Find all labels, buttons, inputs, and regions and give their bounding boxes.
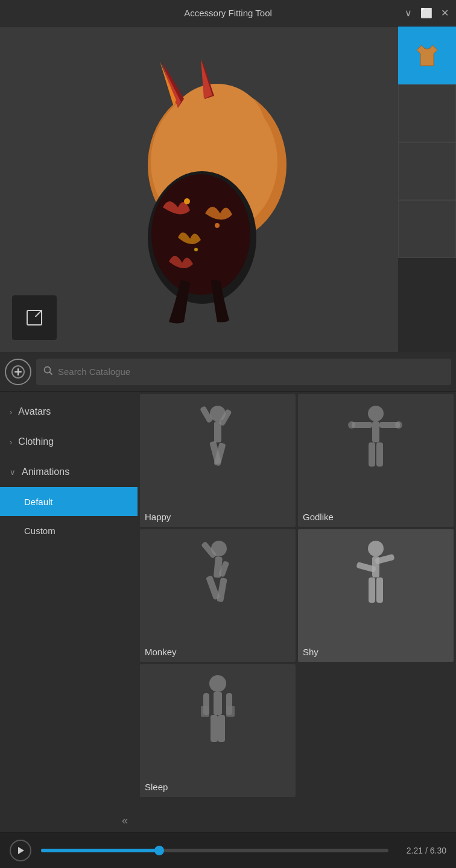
sidebar-sub-item-default[interactable]: Default bbox=[0, 487, 138, 516]
svg-point-25 bbox=[368, 406, 384, 421]
clothing-arrow: › bbox=[10, 438, 12, 447]
svg-point-2 bbox=[169, 84, 265, 174]
svg-rect-46 bbox=[214, 692, 222, 715]
svg-rect-29 bbox=[369, 442, 375, 467]
playbar: 2.21 / 6.30 bbox=[0, 832, 456, 868]
main-content: › Avatars › Clothing ∨ Animations Defaul… bbox=[0, 392, 456, 832]
sidebar-item-avatars[interactable]: › Avatars bbox=[0, 397, 138, 427]
play-button[interactable] bbox=[10, 840, 31, 861]
thumb-shirt[interactable] bbox=[398, 27, 456, 84]
svg-marker-4 bbox=[162, 64, 181, 108]
minimize-button[interactable]: ∨ bbox=[405, 7, 412, 19]
svg-line-18 bbox=[50, 372, 52, 374]
sleep-figure bbox=[140, 664, 296, 778]
svg-rect-44 bbox=[376, 577, 383, 603]
svg-rect-52 bbox=[226, 706, 235, 717]
shy-figure bbox=[298, 529, 454, 631]
add-button[interactable] bbox=[5, 359, 31, 385]
svg-rect-43 bbox=[369, 577, 375, 603]
svg-point-32 bbox=[395, 421, 402, 429]
progress-fill bbox=[41, 849, 159, 852]
thumb-empty-3[interactable] bbox=[398, 200, 456, 258]
svg-point-12 bbox=[194, 248, 198, 251]
animation-grid: Happy bbox=[138, 392, 456, 832]
svg-rect-30 bbox=[376, 442, 383, 467]
grid-item-godlike[interactable]: Godlike bbox=[298, 394, 454, 527]
svg-point-9 bbox=[151, 174, 250, 295]
monkey-figure bbox=[140, 529, 296, 631]
maximize-button[interactable]: ⬜ bbox=[420, 7, 432, 19]
character-area bbox=[0, 27, 398, 352]
right-panel bbox=[398, 27, 456, 352]
sidebar-item-avatars-label: Avatars bbox=[18, 406, 51, 417]
svg-rect-26 bbox=[372, 421, 379, 442]
godlike-label: Godlike bbox=[303, 512, 334, 522]
sidebar-collapse-icon[interactable]: « bbox=[122, 814, 128, 827]
svg-point-31 bbox=[348, 421, 355, 429]
thumb-empty-2[interactable] bbox=[398, 142, 456, 200]
svg-rect-38 bbox=[217, 577, 227, 602]
window-title: Accessory Fitting Tool bbox=[184, 8, 272, 18]
svg-point-45 bbox=[209, 675, 226, 692]
grid-item-shy[interactable]: Shy bbox=[298, 529, 454, 662]
close-button[interactable]: ✕ bbox=[441, 7, 449, 19]
happy-figure bbox=[140, 394, 296, 496]
sleep-label: Sleep bbox=[145, 782, 168, 792]
search-input-wrap bbox=[36, 359, 451, 385]
sidebar-sub-item-default-label: Default bbox=[24, 497, 53, 507]
search-bar bbox=[0, 352, 456, 392]
progress-thumb[interactable] bbox=[154, 846, 164, 855]
thumb-empty-1[interactable] bbox=[398, 84, 456, 142]
export-button[interactable] bbox=[12, 295, 57, 340]
shy-label: Shy bbox=[303, 647, 318, 657]
svg-rect-50 bbox=[218, 715, 225, 742]
time-display: 2.21 / 6.30 bbox=[398, 846, 446, 855]
monkey-label: Monkey bbox=[145, 647, 177, 657]
svg-point-10 bbox=[184, 198, 190, 204]
sidebar-item-animations[interactable]: ∨ Animations bbox=[0, 457, 138, 487]
grid-item-monkey[interactable]: Monkey bbox=[140, 529, 296, 662]
avatars-arrow: › bbox=[10, 407, 12, 417]
search-input[interactable] bbox=[58, 366, 444, 377]
title-bar: Accessory Fitting Tool ∨ ⬜ ✕ bbox=[0, 0, 456, 27]
progress-track[interactable] bbox=[41, 849, 388, 852]
svg-point-39 bbox=[368, 541, 384, 556]
sidebar-item-clothing[interactable]: › Clothing bbox=[0, 427, 138, 457]
svg-rect-49 bbox=[211, 715, 218, 742]
sidebar-sub-item-custom[interactable]: Custom bbox=[0, 516, 138, 545]
character-render bbox=[84, 51, 314, 328]
window-controls: ∨ ⬜ ✕ bbox=[405, 7, 449, 19]
sidebar-item-animations-label: Animations bbox=[22, 467, 69, 477]
svg-point-11 bbox=[215, 223, 220, 228]
godlike-figure bbox=[298, 394, 454, 496]
grid-item-sleep[interactable]: Sleep bbox=[140, 664, 296, 797]
search-icon bbox=[43, 366, 53, 378]
sidebar-item-clothing-label: Clothing bbox=[18, 436, 54, 447]
svg-marker-53 bbox=[18, 847, 24, 854]
sidebar-sub-item-custom-label: Custom bbox=[24, 526, 55, 536]
svg-rect-51 bbox=[201, 706, 209, 717]
grid-item-happy[interactable]: Happy bbox=[140, 394, 296, 527]
svg-rect-20 bbox=[214, 421, 221, 442]
viewport bbox=[0, 27, 456, 352]
happy-label: Happy bbox=[145, 512, 171, 522]
animations-arrow: ∨ bbox=[10, 468, 16, 477]
sidebar: › Avatars › Clothing ∨ Animations Defaul… bbox=[0, 392, 138, 832]
